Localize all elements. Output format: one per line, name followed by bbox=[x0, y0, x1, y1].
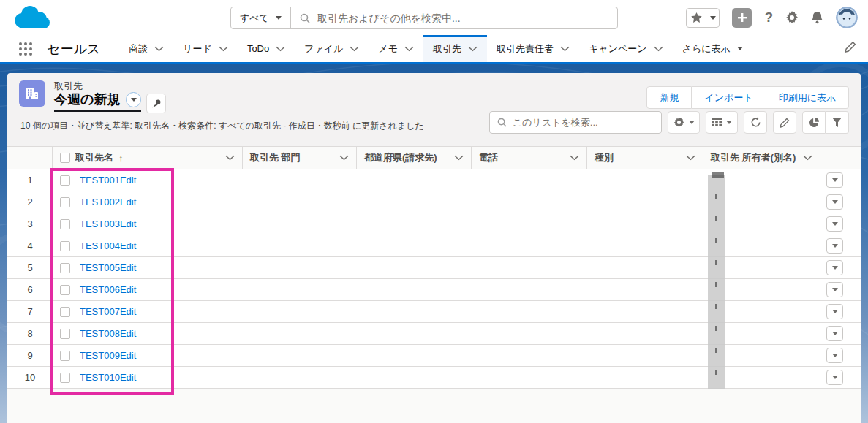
account-link[interactable]: TEST009Edit bbox=[80, 350, 136, 361]
global-search-input[interactable] bbox=[317, 12, 608, 24]
app-launcher-icon[interactable] bbox=[18, 35, 34, 62]
nav-tab[interactable]: 商談 bbox=[119, 35, 173, 62]
caret-down-icon bbox=[832, 244, 838, 248]
chevron-down-icon bbox=[686, 155, 695, 161]
nav-tab-label: 商談 bbox=[129, 42, 148, 56]
row-actions-button[interactable] bbox=[826, 172, 843, 188]
chevron-down-icon bbox=[404, 46, 414, 52]
row-actions-button[interactable] bbox=[826, 348, 843, 363]
nav-tab[interactable]: ファイル bbox=[295, 35, 369, 62]
chart-icon bbox=[809, 118, 819, 128]
row-number: 10 bbox=[7, 367, 53, 388]
row-actions-button[interactable] bbox=[826, 326, 843, 341]
state-cell bbox=[357, 169, 472, 191]
actions-cell bbox=[820, 367, 861, 388]
global-search-box bbox=[291, 7, 617, 28]
salesforce-app: すべて bbox=[0, 0, 868, 423]
list-search-input[interactable] bbox=[513, 117, 654, 128]
column-header[interactable]: 種別 bbox=[587, 147, 703, 169]
caret-down-icon bbox=[832, 200, 838, 204]
caret-down-icon bbox=[726, 121, 732, 124]
edit-navigation-button[interactable] bbox=[845, 41, 856, 56]
select-all-checkbox[interactable] bbox=[60, 153, 70, 163]
list-view-controls-button[interactable] bbox=[668, 111, 700, 134]
row-number: 2 bbox=[7, 191, 53, 213]
nav-tab[interactable]: キャンペーン bbox=[579, 35, 673, 62]
account-link[interactable]: TEST010Edit bbox=[80, 372, 136, 383]
nav-tab[interactable]: リード bbox=[173, 35, 238, 62]
account-link[interactable]: TEST006Edit bbox=[80, 284, 136, 295]
nav-tab[interactable]: ToDo bbox=[238, 35, 295, 62]
row-actions-button[interactable] bbox=[826, 238, 843, 254]
row-checkbox[interactable] bbox=[60, 373, 70, 383]
display-as-button[interactable] bbox=[706, 111, 738, 134]
refresh-icon bbox=[750, 117, 761, 128]
caret-down-icon bbox=[832, 310, 838, 313]
state-cell bbox=[357, 345, 472, 366]
row-checkbox[interactable] bbox=[60, 219, 70, 229]
row-checkbox[interactable] bbox=[60, 285, 70, 295]
list-view-selector-button[interactable] bbox=[126, 92, 141, 107]
account-link[interactable]: TEST002Edit bbox=[80, 197, 136, 207]
division-cell bbox=[243, 235, 357, 256]
accounts-table: 取引先名↑取引先 部門都道府県(請求先)電話種別取引先 所有者(別名) 1TES… bbox=[7, 146, 861, 389]
row-actions-button[interactable] bbox=[826, 304, 843, 319]
column-header-label: 取引先 部門 bbox=[250, 151, 301, 164]
row-checkbox[interactable] bbox=[60, 351, 70, 361]
refresh-button[interactable] bbox=[744, 111, 767, 134]
account-link[interactable]: TEST004Edit bbox=[80, 240, 136, 251]
phone-cell bbox=[472, 301, 587, 322]
row-number: 9 bbox=[7, 345, 53, 366]
user-avatar[interactable] bbox=[836, 7, 858, 28]
row-checkbox[interactable] bbox=[60, 329, 70, 339]
global-actions-button[interactable] bbox=[732, 8, 752, 28]
row-checkbox[interactable] bbox=[60, 307, 70, 317]
nav-tab-label: ファイル bbox=[304, 42, 343, 56]
row-checkbox[interactable] bbox=[60, 241, 70, 251]
account-link[interactable]: TEST005Edit bbox=[80, 262, 136, 273]
list-status-text: 10 個の項目・並び替え基準: 取引先名・検索条件: すべての取引先 - 作成日… bbox=[20, 120, 424, 132]
setup-button[interactable] bbox=[785, 11, 799, 24]
row-actions-button[interactable] bbox=[826, 260, 843, 275]
row-checkbox[interactable] bbox=[60, 175, 70, 186]
column-header[interactable]: 電話 bbox=[472, 147, 587, 169]
notifications-button[interactable] bbox=[811, 11, 823, 24]
row-checkbox[interactable] bbox=[60, 263, 70, 273]
table-icon bbox=[712, 118, 722, 127]
column-header[interactable]: 取引先 所有者(別名) bbox=[703, 147, 820, 169]
row-checkbox[interactable] bbox=[60, 197, 70, 207]
row-actions-button[interactable] bbox=[826, 216, 843, 232]
printable-view-button[interactable]: 印刷用に表示 bbox=[766, 86, 849, 109]
filter-button[interactable] bbox=[826, 111, 849, 134]
edit-list-button[interactable] bbox=[773, 111, 796, 134]
nav-tab[interactable]: メモ bbox=[369, 35, 423, 62]
column-header[interactable]: 取引先名↑ bbox=[53, 147, 243, 169]
column-header[interactable]: 都道府県(請求先) bbox=[357, 147, 472, 169]
type-cell bbox=[587, 257, 703, 278]
caret-down-icon bbox=[276, 16, 282, 20]
account-link[interactable]: TEST003Edit bbox=[80, 218, 136, 229]
pin-list-button[interactable] bbox=[146, 94, 166, 113]
table-row: 2TEST002Edit bbox=[7, 191, 861, 213]
caret-down-icon bbox=[832, 222, 838, 226]
new-button[interactable]: 新規 bbox=[646, 86, 692, 109]
column-header[interactable]: 取引先 部門 bbox=[243, 147, 357, 169]
account-link[interactable]: TEST007Edit bbox=[80, 306, 136, 317]
list-view-selector[interactable]: 今週の新規 bbox=[54, 91, 141, 112]
search-scope-dropdown[interactable]: すべて bbox=[231, 7, 291, 28]
favorites-star-button[interactable] bbox=[687, 9, 706, 27]
account-link[interactable]: TEST001Edit bbox=[80, 175, 136, 186]
row-actions-button[interactable] bbox=[826, 194, 843, 210]
nav-more-button[interactable]: さらに表示 bbox=[673, 35, 752, 62]
help-button[interactable]: ? bbox=[764, 9, 773, 26]
row-actions-button[interactable] bbox=[826, 370, 843, 385]
type-cell bbox=[587, 191, 703, 213]
import-button[interactable]: インポート bbox=[692, 86, 766, 109]
favorites-expand-button[interactable] bbox=[706, 9, 719, 27]
charts-button[interactable] bbox=[802, 111, 826, 134]
row-actions-button[interactable] bbox=[826, 282, 843, 297]
nav-tab[interactable]: 取引先責任者 bbox=[487, 35, 579, 62]
nav-tab[interactable]: 取引先 bbox=[423, 35, 487, 62]
account-link[interactable]: TEST008Edit bbox=[80, 328, 136, 339]
gear-icon bbox=[785, 11, 799, 24]
